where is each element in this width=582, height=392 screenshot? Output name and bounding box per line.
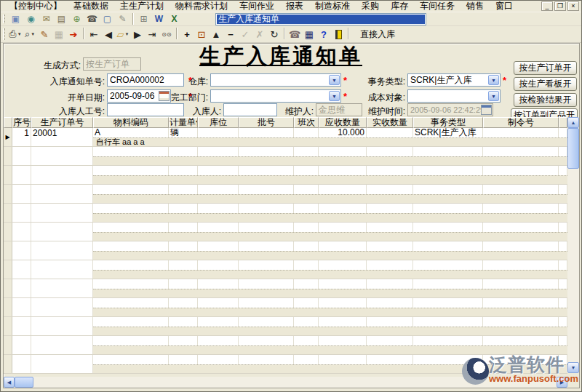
first-record-icon[interactable]: ⇤ [87,28,101,41]
print-preview-icon[interactable]: ⌕▼ [23,28,37,41]
table-row[interactable]: ▶120001A辆10.000SCRK|生产入库自行车 aa a a [4,128,567,147]
dial-icon[interactable]: ☎ [287,28,302,41]
column-header[interactable]: 制令号 [483,117,559,128]
chevron-down-icon[interactable]: ▼ [31,32,35,36]
table-row[interactable] [4,241,567,260]
cell-filler [559,204,567,213]
restore-button[interactable]: ❐ [554,1,566,11]
open-by-inspection-button[interactable]: 按检验结果开 [514,93,577,107]
column-header[interactable]: 应收数量 [319,117,367,128]
phone-icon[interactable]: ☎ [84,13,100,25]
scroll-left-icon[interactable]: ◀ [4,377,15,388]
chevron-down-icon[interactable]: ▼ [329,91,340,101]
edit-note-icon[interactable]: ✎ [37,28,52,41]
menu-item[interactable]: 【控制中心】 [4,1,68,12]
web-session-icon[interactable]: ◉ [23,13,39,25]
stockin-person-input[interactable] [223,103,277,116]
exit-door-icon[interactable] [331,28,346,41]
vertical-scroll-track[interactable] [567,169,579,362]
add-row-icon[interactable]: + [180,28,194,41]
chevron-down-icon[interactable]: ▼ [329,75,340,85]
table-row[interactable] [4,260,567,279]
column-header[interactable]: 生产订单号 [31,117,93,128]
table-row[interactable] [4,317,567,336]
toolbar-separator [284,28,285,39]
column-header[interactable]: 序号 [12,117,31,128]
menu-item[interactable]: 销售 [461,1,490,12]
column-header[interactable]: 批号 [239,117,294,128]
locate-record-icon[interactable]: ▱▼ [116,28,130,41]
move-up-icon[interactable]: ▲ [209,28,223,41]
menu-item[interactable]: 窗口 [490,1,519,12]
table-row[interactable] [4,298,567,317]
cell-batch [239,355,294,364]
drafting-tools-icon[interactable]: ✎ [115,13,130,25]
table-row[interactable] [4,147,567,166]
print-icon[interactable]: ⎙▼ [8,28,23,41]
cost-object-combo[interactable]: ▼ [407,89,501,103]
menu-item[interactable]: 采购 [356,1,385,12]
save-copy-icon[interactable]: ⊡ [194,28,209,41]
chevron-down-icon[interactable]: ▼ [17,32,22,36]
refresh-icon[interactable]: ↻ [267,28,282,41]
open-by-kanban-button[interactable]: 按生产看板开 [514,77,577,91]
direct-stockin-button[interactable]: 直接入库 [356,28,399,41]
cell-filler [559,298,567,308]
column-header[interactable]: 实收数量 [367,117,413,128]
menu-item[interactable]: 主生产计划 [114,1,170,12]
column-header[interactable]: 物料编码 [93,117,169,128]
table-row[interactable] [4,166,567,185]
export-doc-icon[interactable]: ⊞ [136,13,151,25]
next-record-icon[interactable]: ▶ [130,28,145,41]
chevron-down-icon[interactable]: ▼ [488,75,499,85]
toolbar-grip[interactable] [3,28,5,39]
menu-item[interactable]: 库存 [385,1,414,12]
chevron-down-icon[interactable]: ▼ [488,91,499,101]
menu-item[interactable]: 基础数据 [68,1,114,12]
monitor-icon[interactable]: ▢ [100,13,115,25]
image-icon[interactable]: ▣ [8,13,23,25]
mail-icon[interactable]: ✉ [39,13,54,25]
menu-item[interactable]: 报表 [280,1,309,12]
delete-row-icon[interactable]: − [223,28,238,41]
report-edit-icon[interactable]: ▤ [54,13,69,25]
find-icon[interactable]: ⊙⊙ [159,28,174,41]
trans-type-combo[interactable]: SCRK|生产入库 ▼ [407,73,501,87]
table-row[interactable] [4,185,567,204]
finish-dept-combo[interactable]: ▼ [210,89,341,103]
prev-record-icon[interactable]: ◀ [101,28,116,41]
minimize-button[interactable]: _ [541,1,553,11]
open-by-production-order-button[interactable]: 按生产订单开 [514,61,577,75]
export-exit-icon[interactable]: ➔ [66,28,81,41]
menu-item[interactable]: 车间任务 [414,1,461,12]
word-doc-icon[interactable]: W [151,13,167,25]
table-row[interactable] [4,336,567,355]
stockin-worker-input[interactable] [107,103,184,116]
column-header[interactable]: 班次 [294,117,319,128]
menu-item[interactable]: 制造标准 [309,1,356,12]
table-row[interactable] [4,223,567,241]
column-header[interactable] [559,117,567,128]
menu-item[interactable]: 物料需求计划 [170,1,234,12]
warehouse-combo[interactable]: ▼ [210,73,341,87]
cell-filler [559,128,567,137]
vertical-scroll-thumb[interactable] [567,128,579,169]
vertical-scrollbar[interactable]: ▲ ▼ [567,117,579,373]
horizontal-scroll-thumb[interactable] [15,377,33,388]
excel-doc-icon[interactable]: X [167,13,182,25]
table-row[interactable] [4,279,567,298]
column-header[interactable]: 事务类型 [413,117,483,128]
last-record-icon[interactable]: ⇥ [145,28,159,41]
scroll-up-icon[interactable]: ▲ [567,117,579,128]
column-header[interactable]: 计量单位 [169,117,198,128]
table-row[interactable] [4,204,567,223]
menu-item[interactable]: 车间作业 [234,1,280,12]
column-header[interactable]: 库位 [198,117,239,128]
document-selector-combo[interactable]: 生产入库通知单 [215,13,426,25]
chevron-down-icon[interactable]: ▼ [125,32,129,36]
close-button[interactable]: × [567,1,579,11]
toolbar-grip[interactable] [3,15,5,24]
globe-icon[interactable]: ⊕ [69,13,84,25]
calculator-icon[interactable]: ▦ [302,28,316,41]
help-icon[interactable]: ? [316,28,331,41]
